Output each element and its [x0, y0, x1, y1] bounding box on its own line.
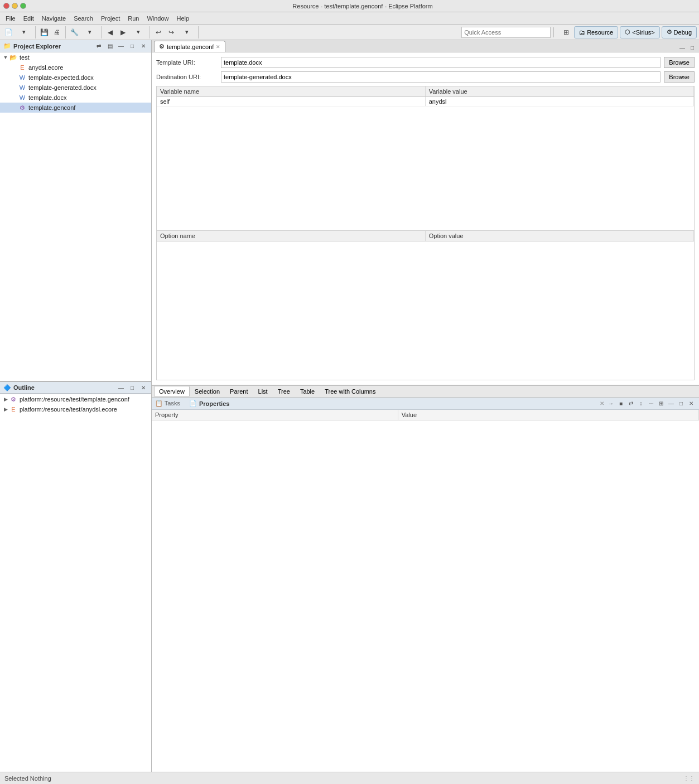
outline-title: Outline [13, 384, 114, 391]
collapse-button[interactable]: ▤ [105, 42, 114, 51]
tree-item-anydsl[interactable]: E anydsl.ecore [0, 62, 151, 72]
perspective-resource[interactable]: 🗂 Resource [574, 26, 618, 38]
var-value-cell: anydsl [425, 97, 693, 107]
menu-search[interactable]: Search [70, 14, 97, 23]
left-panel: 📁 Project Explorer ⇄ ▤ — □ ✕ ▼ 📂 test E … [0, 40, 152, 772]
tab-table[interactable]: Table [295, 386, 320, 397]
props-maximize-btn[interactable]: □ [677, 399, 686, 408]
outline-maximize-button[interactable]: □ [128, 383, 137, 392]
table-row[interactable]: self anydsl [157, 97, 694, 107]
tab-selection[interactable]: Selection [190, 386, 225, 397]
menu-help[interactable]: Help [173, 14, 193, 23]
redo-button[interactable]: ↪ [165, 26, 177, 38]
refactor-button[interactable]: 🔧 [68, 26, 80, 38]
template-browse-button[interactable]: Browse [664, 57, 695, 68]
tab-genconf[interactable]: ⚙ template.genconf ✕ [154, 41, 225, 52]
menu-run[interactable]: Run [124, 14, 142, 23]
tree-label-genconf: template.genconf [28, 104, 75, 111]
tree-item-expected[interactable]: W template-expected.docx [0, 72, 151, 83]
close-button[interactable] [3, 3, 9, 9]
folder-icon: 📂 [9, 53, 18, 62]
save-button[interactable]: 💾 [38, 26, 50, 38]
minimize-panel-button[interactable]: — [117, 42, 126, 51]
tab-overview[interactable]: Overview [154, 386, 190, 397]
sync-button[interactable]: ⇄ [94, 42, 103, 51]
docx-icon: W [18, 73, 27, 82]
props-stop-btn[interactable]: ■ [616, 399, 625, 408]
variables-table-container: Variable name Variable value self anydsl [156, 86, 695, 231]
undo-dropdown[interactable]: ▾ [178, 26, 196, 38]
outline-close-button[interactable]: ✕ [139, 383, 148, 392]
props-minimize-btn[interactable]: — [667, 399, 676, 408]
tab-list[interactable]: List [253, 386, 273, 397]
menu-edit[interactable]: Edit [20, 14, 37, 23]
editor-minimize-btn[interactable]: — [678, 43, 687, 52]
template-uri-input[interactable] [221, 57, 661, 68]
destination-browse-button[interactable]: Browse [664, 71, 695, 83]
menu-project[interactable]: Project [98, 14, 123, 23]
project-explorer-icon: 📁 [3, 42, 11, 50]
props-close-btn[interactable]: ✕ [687, 399, 696, 408]
properties-title: Properties [199, 400, 597, 407]
value-header: Value [398, 410, 698, 420]
menu-file[interactable]: File [2, 14, 19, 23]
maximize-panel-button[interactable]: □ [128, 42, 137, 51]
print-button[interactable]: 🖨 [51, 26, 63, 38]
tree-label-generated: template-generated.docx [28, 84, 97, 91]
next-button[interactable]: ▶ [117, 26, 129, 38]
tab-tree-with-columns[interactable]: Tree with Columns [320, 386, 380, 397]
menu-navigate[interactable]: Navigate [38, 14, 69, 23]
tree-label-template-docx: template.docx [28, 94, 66, 101]
new-button[interactable]: 📄 [2, 26, 15, 38]
perspective-sirius[interactable]: ⬡ <Sirius> [620, 26, 659, 38]
tree-item-generated[interactable]: W template-generated.docx [0, 83, 151, 93]
tree-item-test[interactable]: ▼ 📂 test [0, 52, 151, 62]
window-title: Resource - test/template.genconf - Eclip… [30, 3, 696, 9]
outline-item-genconf[interactable]: ▶ ⚙ platform:/resource/test/template.gen… [0, 394, 151, 404]
outline-expand-arrow: ▶ [2, 396, 9, 402]
tree-item-template-docx[interactable]: W template.docx [0, 93, 151, 103]
minimize-button[interactable] [12, 3, 18, 9]
options-table: Option name Option value [157, 231, 694, 241]
refactor-dropdown[interactable]: ▾ [81, 26, 99, 38]
props-btn4[interactable]: ⋯ [647, 399, 655, 408]
props-btn3[interactable]: ↕ [637, 399, 645, 408]
window-controls[interactable] [3, 3, 26, 9]
new-dropdown[interactable]: ▾ [15, 26, 33, 38]
prev-button[interactable]: ◀ [104, 26, 116, 38]
undo-button[interactable]: ↩ [152, 26, 165, 38]
props-icon-btn[interactable]: ⊞ [657, 399, 666, 408]
tasks-label: Tasks [165, 400, 180, 406]
tree-item-genconf[interactable]: ⚙ template.genconf [0, 103, 151, 113]
resource-icon: 🗂 [579, 29, 585, 36]
outline-minimize-button[interactable]: — [117, 383, 126, 392]
tree-label-expected: template-expected.docx [28, 74, 94, 81]
outline-icon: 🔷 [3, 384, 11, 391]
tab-tree[interactable]: Tree [273, 386, 295, 397]
expand-arrow: ▼ [2, 55, 9, 60]
properties-table: Property Value [152, 410, 699, 420]
tasks-icon: 📋 [155, 400, 163, 406]
tasks-link[interactable]: 📋 Tasks [155, 400, 180, 407]
prop-header: Property [152, 410, 398, 420]
nav-dropdown[interactable]: ▾ [129, 26, 147, 38]
editor-form: Template URI: Browse Destination URI: Br… [152, 52, 699, 385]
destination-uri-input[interactable] [221, 71, 661, 83]
tab-parent[interactable]: Parent [225, 386, 253, 397]
template-uri-row: Template URI: Browse [156, 57, 695, 68]
close-panel-button[interactable]: ✕ [139, 42, 148, 51]
open-perspective-button[interactable]: ⊞ [560, 26, 572, 38]
menu-window[interactable]: Window [143, 14, 172, 23]
outline-item-ecore[interactable]: ▶ E platform:/resource/test/anydsl.ecore [0, 404, 151, 414]
editor-maximize-btn[interactable]: □ [688, 43, 697, 52]
perspective-debug[interactable]: ⚙ Debug [662, 26, 697, 38]
tree-label-anydsl: anydsl.ecore [28, 64, 63, 71]
props-forward-btn[interactable]: → [606, 399, 615, 408]
docx-icon-3: W [18, 93, 27, 102]
maximize-button[interactable] [20, 3, 26, 9]
tab-genconf-close[interactable]: ✕ [216, 44, 220, 50]
quick-access-input[interactable] [461, 27, 551, 38]
props-refresh-btn[interactable]: ⇄ [626, 399, 635, 408]
outline-ecore-icon: E [9, 405, 18, 414]
destination-uri-label: Destination URI: [156, 74, 218, 80]
